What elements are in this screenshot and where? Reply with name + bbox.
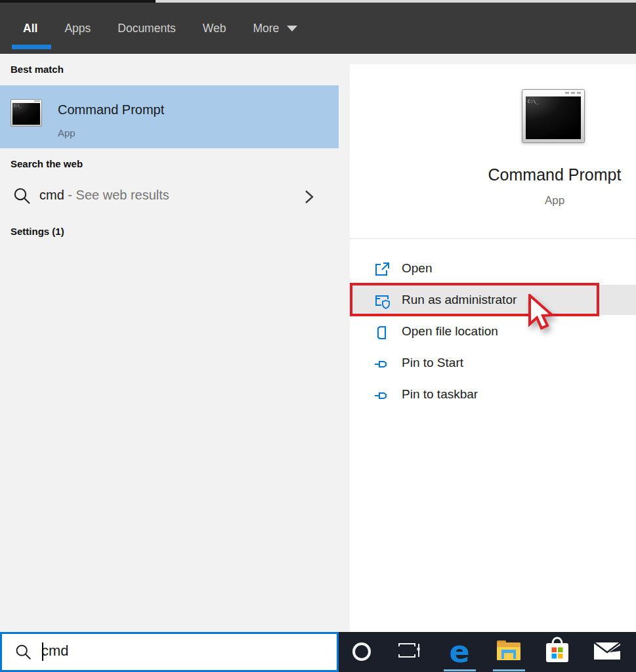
cortana-icon xyxy=(352,642,371,661)
preview-title: Command Prompt xyxy=(488,165,622,184)
file-explorer-icon xyxy=(496,639,522,664)
edge-icon: e xyxy=(449,637,469,666)
task-view-button[interactable] xyxy=(392,635,424,669)
command-prompt-icon: C:\_ xyxy=(11,99,42,129)
taskbar: e xyxy=(339,632,636,672)
web-search-result[interactable]: cmd - See web results xyxy=(0,182,339,213)
action-pin-to-start[interactable]: Pin to Start xyxy=(350,348,636,379)
chevron-down-icon xyxy=(287,26,297,32)
search-filter-tabs: All Apps Documents Web More xyxy=(0,3,636,54)
text-caret xyxy=(42,642,43,661)
chevron-right-icon[interactable] xyxy=(305,189,314,207)
mail-button[interactable] xyxy=(591,635,623,669)
svg-text:C:\_: C:\_ xyxy=(14,104,22,108)
best-match-header: Best match xyxy=(11,64,64,75)
file-location-icon xyxy=(374,325,390,343)
action-label: Pin to taskbar xyxy=(402,387,478,402)
taskbar-search-input[interactable]: cmd xyxy=(0,632,339,672)
settings-header: Settings (1) xyxy=(11,226,64,237)
run-as-admin-icon xyxy=(374,293,391,313)
best-match-title: Command Prompt xyxy=(58,102,164,117)
pin-icon xyxy=(374,356,390,375)
divider xyxy=(350,238,636,239)
action-label: Pin to Start xyxy=(402,356,463,370)
action-label: Open xyxy=(402,261,432,276)
results-panel: Best match C:\_ xyxy=(0,54,339,632)
action-run-as-administrator[interactable]: Run as administrator xyxy=(350,285,636,315)
store-icon xyxy=(544,636,570,667)
pin-icon xyxy=(374,388,390,406)
tab-apps[interactable]: Apps xyxy=(64,22,91,35)
search-input-value: cmd xyxy=(41,642,69,660)
action-pin-to-taskbar[interactable]: Pin to taskbar xyxy=(350,379,636,411)
active-tab-indicator xyxy=(12,45,51,49)
task-view-icon xyxy=(395,639,421,665)
search-icon xyxy=(12,186,32,209)
action-open[interactable]: Open xyxy=(350,253,636,285)
preview-panel: C:\_ Command Prompt App Open xyxy=(350,64,636,632)
running-indicator xyxy=(444,669,476,671)
web-search-text: cmd - See web results xyxy=(39,188,169,203)
action-open-file-location[interactable]: Open file location xyxy=(350,316,636,348)
action-label: Open file location xyxy=(402,324,498,339)
running-indicator xyxy=(493,669,525,671)
windows-search-flyout: All Apps Documents Web More Best match xyxy=(0,0,636,672)
open-icon xyxy=(374,262,390,280)
search-icon xyxy=(14,643,33,664)
cortana-button[interactable] xyxy=(346,635,377,669)
preview-type: App xyxy=(545,194,564,207)
tab-web[interactable]: Web xyxy=(203,22,226,35)
best-match-result[interactable]: C:\_ Command Prompt App xyxy=(0,85,339,148)
tab-documents[interactable]: Documents xyxy=(117,22,176,35)
command-prompt-icon: C:\_ xyxy=(522,89,585,146)
svg-text:C:\_: C:\_ xyxy=(528,99,540,104)
store-button[interactable] xyxy=(541,635,573,669)
search-web-header: Search the web xyxy=(11,158,83,169)
file-explorer-button[interactable] xyxy=(493,635,524,669)
tab-all[interactable]: All xyxy=(23,22,37,35)
action-label: Run as administrator xyxy=(402,293,517,307)
edge-button[interactable]: e xyxy=(444,635,475,669)
best-match-type: App xyxy=(58,127,75,138)
mail-icon xyxy=(593,639,622,664)
tab-more[interactable]: More xyxy=(253,22,297,35)
